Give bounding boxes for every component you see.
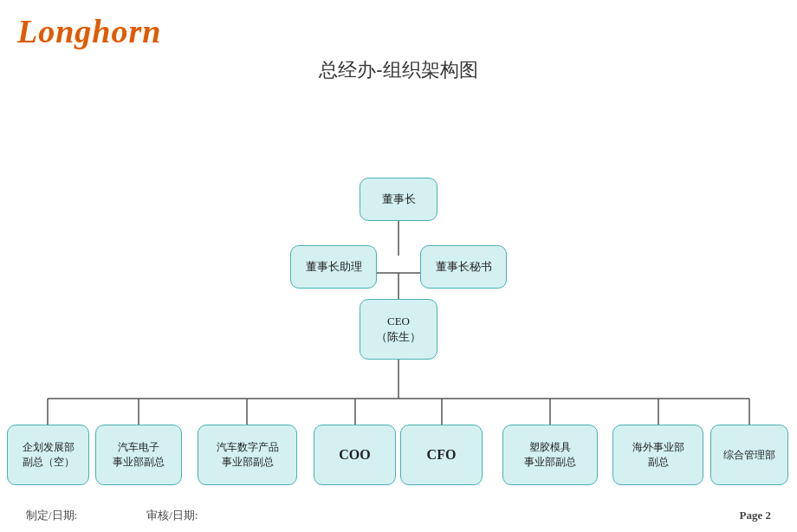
dept6-node: 塑胶模具事业部副总: [502, 425, 598, 485]
ceo-node: CEO（陈生）: [360, 299, 437, 360]
dept3-node: 汽车数字产品事业部副总: [198, 425, 297, 485]
assistant-node: 董事长助理: [290, 245, 377, 289]
chairman-node: 董事长: [360, 178, 437, 221]
made-label: 制定/日期:: [26, 508, 77, 523]
coo-node: COO: [314, 425, 396, 485]
page-title: 总经办-组织架构图: [0, 57, 797, 83]
header: Longhorn: [0, 0, 797, 50]
dept8-node: 综合管理部: [710, 425, 788, 485]
dept2-node: 汽车电子事业部副总: [95, 425, 182, 485]
cfo-node: CFO: [400, 425, 483, 485]
review-label: 审核/日期:: [146, 508, 198, 523]
footer: 制定/日期: 审核/日期: Page 2: [0, 508, 797, 523]
logo: Longhorn: [17, 12, 161, 50]
dept1-node: 企划发展部副总（空）: [7, 425, 89, 485]
secretary-node: 董事长秘书: [420, 245, 507, 289]
org-chart: 董事长 董事长助理 董事长秘书 CEO（陈生） 企划发展部副总（空） 汽车电子事…: [0, 87, 797, 511]
dept7-node: 海外事业部副总: [612, 425, 703, 485]
page-label: Page 2: [740, 509, 771, 522]
